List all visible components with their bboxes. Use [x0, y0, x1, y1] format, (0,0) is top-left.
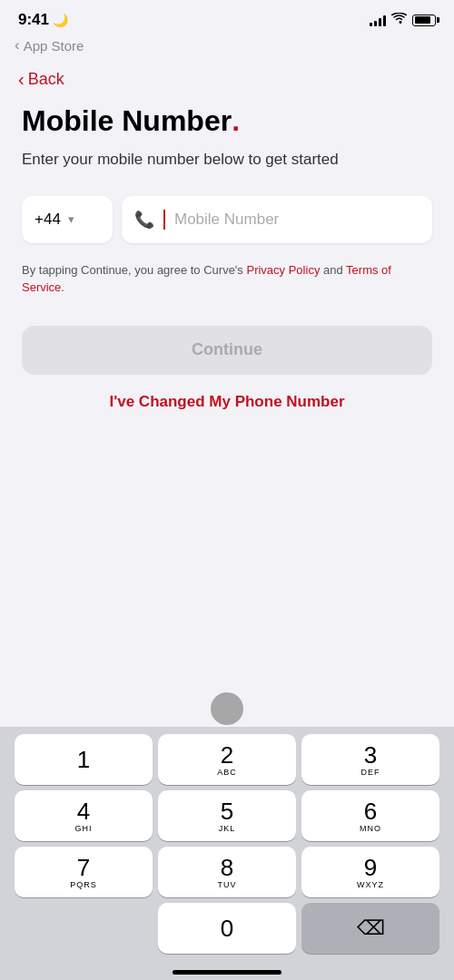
app-store-back: ‹ App Store — [15, 36, 84, 54]
key-2[interactable]: 2 ABC — [158, 734, 296, 785]
signal-icon — [370, 15, 386, 26]
dropdown-arrow-icon: ▾ — [68, 212, 74, 226]
key-3[interactable]: 3 DEF — [301, 734, 439, 785]
title-dot: . — [232, 104, 240, 138]
legal-text-2: and — [320, 263, 346, 277]
keyboard: 1 2 ABC 3 DEF 4 GHI 5 JKL 6 MNO 7 PQRS — [0, 727, 454, 963]
legal-text-1: By tapping Continue, you agree to Curve'… — [22, 263, 246, 277]
phone-input-row: +44 ▾ 📞 Mobile Number — [22, 196, 432, 243]
privacy-policy-link[interactable]: Privacy Policy — [246, 263, 320, 277]
phone-handset-icon: 📞 — [134, 210, 154, 230]
key-4[interactable]: 4 GHI — [15, 790, 153, 841]
keyboard-row-1: 1 2 ABC 3 DEF — [4, 734, 450, 785]
keyboard-row-2: 4 GHI 5 JKL 6 MNO — [4, 790, 450, 841]
back-chevron-icon: ‹ — [18, 69, 25, 90]
page-subtitle: Enter your mobile number below to get st… — [22, 149, 432, 171]
changed-phone-button[interactable]: I've Changed My Phone Number — [22, 393, 432, 411]
legal-text-3: . — [61, 280, 64, 294]
keyboard-row-3: 7 PQRS 8 TUV 9 WXYZ — [4, 847, 450, 897]
country-code-button[interactable]: +44 ▾ — [22, 196, 113, 243]
back-button[interactable]: ‹ Back — [18, 69, 64, 90]
key-9[interactable]: 9 WXYZ — [301, 847, 439, 897]
moon-icon: 🌙 — [53, 13, 68, 27]
continue-button[interactable]: Continue — [22, 326, 432, 375]
key-delete[interactable]: ⌫ — [301, 903, 439, 954]
home-indicator — [0, 963, 454, 980]
battery-icon — [412, 15, 436, 26]
key-6[interactable]: 6 MNO — [301, 790, 439, 841]
key-0[interactable]: 0 — [158, 903, 296, 954]
home-bar — [173, 970, 281, 975]
country-code-value: +44 — [35, 211, 61, 229]
back-button-row: ‹ Back — [0, 62, 454, 104]
key-empty — [15, 903, 153, 954]
text-cursor — [163, 210, 165, 230]
delete-icon: ⌫ — [357, 916, 385, 940]
key-1[interactable]: 1 — [15, 734, 153, 785]
page-title: Mobile Number — [22, 104, 232, 138]
status-time: 9:41 — [18, 11, 49, 29]
back-label: Back — [28, 70, 64, 89]
title-row: Mobile Number . — [22, 104, 432, 138]
main-content: Mobile Number . Enter your mobile number… — [0, 104, 454, 689]
nav-bar: ‹ App Store — [0, 33, 454, 62]
phone-number-field[interactable]: 📞 Mobile Number — [122, 196, 432, 243]
app-store-label: App Store — [24, 38, 84, 54]
key-5[interactable]: 5 JKL — [158, 790, 296, 841]
key-8[interactable]: 8 TUV — [158, 847, 296, 897]
drag-dot — [211, 692, 243, 725]
keyboard-row-4: 0 ⌫ — [4, 903, 450, 954]
status-bar: 9:41 🌙 — [0, 0, 454, 33]
key-7[interactable]: 7 PQRS — [15, 847, 153, 897]
app-store-chevron: ‹ — [15, 36, 20, 54]
wifi-icon — [391, 13, 407, 27]
status-icons — [370, 13, 436, 27]
drag-indicator-area — [0, 689, 454, 727]
phone-placeholder: Mobile Number — [174, 211, 279, 229]
legal-text: By tapping Continue, you agree to Curve'… — [22, 261, 432, 297]
